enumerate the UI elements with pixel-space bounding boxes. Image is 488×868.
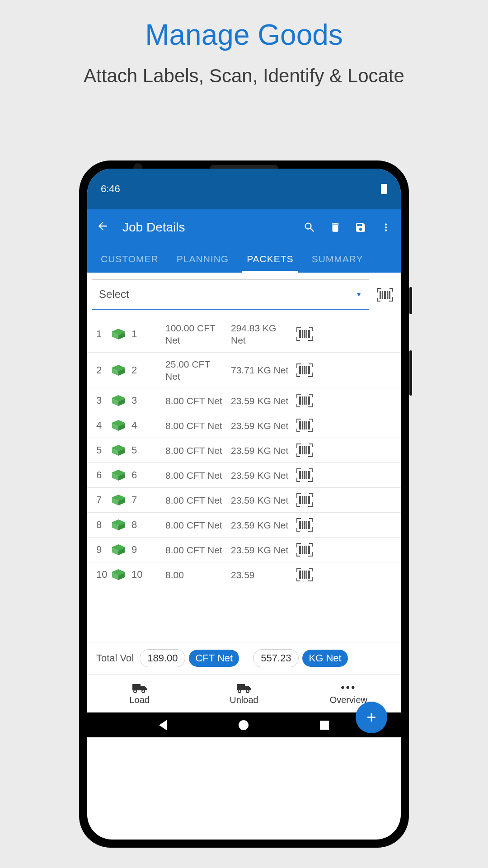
truck-load-icon — [131, 682, 148, 693]
nav-overview[interactable]: ••• Overview — [296, 675, 401, 712]
packet-id: 9 — [131, 544, 159, 556]
row-scan-button[interactable] — [296, 327, 314, 341]
box-icon — [112, 365, 125, 376]
tab-planning[interactable]: PLANNING — [168, 245, 238, 273]
packet-row[interactable]: 338.00 CFT Net23.59 KG Net — [87, 388, 401, 413]
packet-id: 3 — [131, 395, 159, 406]
packet-row[interactable]: 2225.00 CFT Net73.71 KG Net — [87, 353, 401, 389]
row-scan-button[interactable] — [296, 419, 314, 432]
packet-row[interactable]: 778.00 CFT Net23.59 KG Net — [87, 488, 401, 513]
select-placeholder: Select — [99, 288, 129, 301]
packet-volume: 25.00 CFT Net — [165, 358, 224, 383]
tab-customer[interactable]: CUSTOMER — [92, 245, 168, 273]
bottom-nav: Load Unload ••• Overview — [87, 674, 401, 712]
battery-icon — [381, 184, 387, 194]
packet-id: 5 — [131, 444, 159, 456]
packet-volume: 100.00 CFT Net — [165, 322, 224, 347]
svg-point-5 — [246, 690, 249, 693]
packet-weight: 23.59 KG Net — [231, 469, 290, 481]
svg-point-1 — [134, 690, 136, 693]
packet-row[interactable]: 558.00 CFT Net23.59 KG Net — [87, 438, 401, 463]
row-scan-button[interactable] — [296, 363, 314, 377]
packet-volume: 8.00 CFT Net — [165, 420, 224, 432]
phone-frame: 6:46 Job Details — [79, 160, 409, 848]
svg-point-4 — [238, 690, 241, 693]
search-icon[interactable] — [303, 221, 316, 234]
packet-number: 5 — [96, 444, 105, 456]
chevron-down-icon: ▼ — [356, 291, 362, 298]
packet-row[interactable]: 448.00 CFT Net23.59 KG Net — [87, 413, 401, 438]
row-scan-button[interactable] — [296, 468, 314, 482]
packet-number: 3 — [96, 395, 105, 406]
delete-icon[interactable] — [329, 222, 341, 233]
svg-point-2 — [142, 690, 145, 693]
packet-id: 4 — [131, 420, 159, 431]
packet-weight: 73.71 KG Net — [231, 364, 290, 376]
total-label: Total Vol — [96, 652, 134, 664]
packet-id: 7 — [131, 494, 159, 506]
box-icon — [112, 519, 125, 530]
packet-row[interactable]: 888.00 CFT Net23.59 KG Net — [87, 513, 401, 538]
save-icon[interactable] — [355, 222, 366, 233]
packet-number: 10 — [96, 569, 105, 580]
packet-number: 1 — [96, 328, 105, 340]
android-recents[interactable] — [320, 721, 329, 730]
packet-number: 4 — [96, 420, 105, 431]
packet-weight: 23.59 KG Net — [231, 444, 290, 457]
back-button[interactable] — [96, 220, 109, 236]
packet-row[interactable]: 10108.0023.59 — [87, 562, 401, 587]
box-icon — [112, 395, 125, 406]
packet-number: 9 — [96, 544, 105, 556]
totals-row: Total Vol 189.00 CFT Net 557.23 KG Net — [87, 642, 401, 674]
nav-unload[interactable]: Unload — [192, 675, 296, 712]
phone-side-button — [409, 350, 412, 396]
row-scan-button[interactable] — [296, 394, 314, 407]
select-row: Select ▼ — [87, 273, 401, 316]
total-volume-value[interactable]: 189.00 — [140, 649, 185, 667]
packet-weight: 294.83 KG Net — [231, 322, 290, 347]
nav-load[interactable]: Load — [87, 675, 192, 712]
box-icon — [112, 470, 125, 481]
more-icon[interactable] — [380, 222, 392, 233]
add-button[interactable]: + — [356, 702, 387, 733]
phone-screen: 6:46 Job Details — [87, 169, 401, 840]
packet-row[interactable]: 668.00 CFT Net23.59 KG Net — [87, 463, 401, 488]
android-back[interactable] — [159, 720, 167, 731]
row-scan-button[interactable] — [296, 493, 314, 507]
tab-packets[interactable]: PACKETS — [238, 245, 302, 273]
packet-weight: 23.59 KG Net — [231, 494, 290, 506]
packet-weight: 23.59 KG Net — [231, 420, 290, 432]
app-title: Job Details — [122, 220, 290, 235]
row-scan-button[interactable] — [296, 443, 314, 457]
packet-volume: 8.00 CFT Net — [165, 444, 224, 457]
packet-number: 2 — [96, 364, 105, 376]
row-scan-button[interactable] — [296, 568, 314, 581]
truck-unload-icon — [236, 682, 252, 693]
packet-row[interactable]: 998.00 CFT Net23.59 KG Net — [87, 538, 401, 562]
total-weight-unit[interactable]: KG Net — [302, 650, 347, 667]
packet-volume: 8.00 CFT Net — [165, 494, 224, 506]
packet-volume: 8.00 CFT Net — [165, 395, 224, 407]
android-home[interactable] — [239, 720, 249, 730]
status-time: 6:46 — [101, 183, 120, 195]
tab-summary[interactable]: SUMMARY — [303, 245, 372, 273]
packet-weight: 23.59 KG Net — [231, 519, 290, 531]
packet-number: 7 — [96, 494, 105, 506]
total-weight-value[interactable]: 557.23 — [253, 649, 299, 667]
nav-unload-label: Unload — [230, 695, 258, 705]
packet-weight: 23.59 KG Net — [231, 544, 290, 556]
box-icon — [112, 420, 125, 431]
box-icon — [112, 544, 125, 555]
nav-load-label: Load — [129, 695, 150, 705]
packet-volume: 8.00 CFT Net — [165, 544, 224, 556]
row-scan-button[interactable] — [296, 543, 314, 557]
packet-volume: 8.00 CFT Net — [165, 519, 224, 531]
row-scan-button[interactable] — [296, 518, 314, 532]
scan-barcode-button[interactable] — [374, 283, 396, 306]
app-bar: Job Details — [87, 209, 401, 245]
select-dropdown[interactable]: Select ▼ — [92, 279, 369, 310]
total-volume-unit[interactable]: CFT Net — [189, 650, 239, 667]
packet-row[interactable]: 11100.00 CFT Net294.83 KG Net — [87, 316, 401, 353]
nav-overview-label: Overview — [330, 695, 367, 705]
packet-id: 8 — [131, 519, 159, 531]
